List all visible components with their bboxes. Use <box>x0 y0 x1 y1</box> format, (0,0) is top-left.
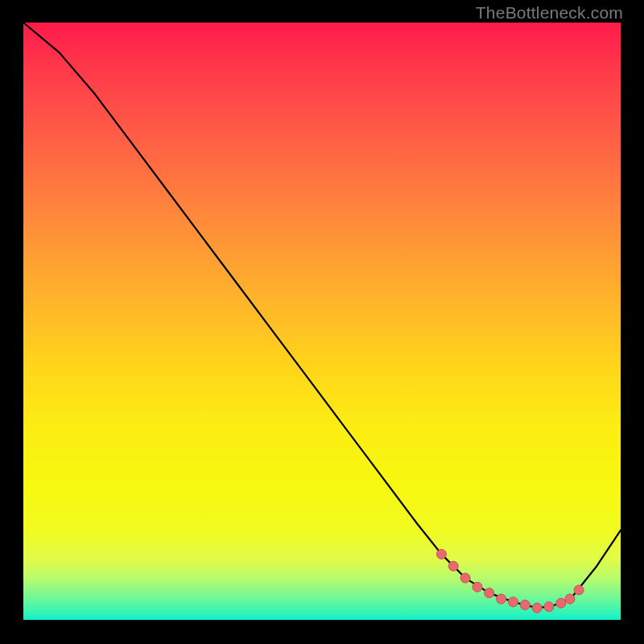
curve-line <box>23 23 621 608</box>
marker-point <box>448 561 458 571</box>
plot-area <box>23 23 621 620</box>
marker-point <box>556 598 566 608</box>
marker-point <box>460 573 470 583</box>
marker-point <box>520 600 530 609</box>
attribution-label: TheBottleneck.com <box>476 3 623 23</box>
marker-point <box>497 594 506 604</box>
chart-svg <box>23 23 621 620</box>
marker-point <box>436 549 446 559</box>
marker-point <box>485 588 494 598</box>
marker-group <box>436 549 584 613</box>
marker-point <box>574 585 584 595</box>
marker-point <box>473 582 482 592</box>
marker-point <box>544 602 554 612</box>
chart-stage: TheBottleneck.com <box>0 0 644 644</box>
marker-point <box>565 594 575 604</box>
marker-point <box>532 603 542 613</box>
marker-point <box>508 597 518 607</box>
